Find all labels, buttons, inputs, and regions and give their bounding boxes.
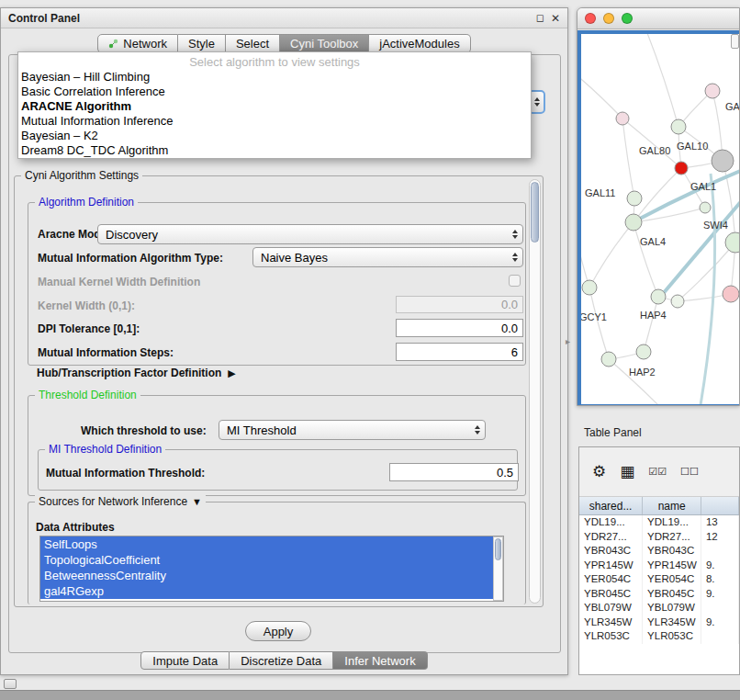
table-row[interactable]: YDR27... YDR27... 12 — [579, 530, 739, 545]
restore-panel-icon[interactable] — [4, 679, 17, 689]
column-header-name[interactable]: name — [643, 497, 701, 514]
dropdown-item[interactable]: Bayesian – Hill Climbing — [18, 70, 531, 85]
network-node[interactable] — [671, 295, 684, 308]
network-node[interactable] — [625, 214, 642, 231]
close-panel-icon[interactable]: ✕ — [551, 12, 560, 25]
network-node[interactable] — [616, 112, 629, 125]
settings-scrollbar-thumb[interactable] — [531, 182, 539, 243]
network-edge[interactable] — [645, 34, 678, 127]
network-node[interactable] — [675, 162, 688, 175]
network-canvas[interactable]: GAL7GAL80GAL10GAL11GAL1SWI4GAL4GCY1HAP4H… — [581, 34, 740, 404]
tab-impute-data[interactable]: Impute Data — [140, 651, 230, 670]
tab-discretize-data[interactable]: Discretize Data — [230, 651, 333, 670]
threshold-type-select[interactable]: MI Threshold — [219, 420, 486, 440]
column-header-shared-name[interactable]: shared... — [579, 497, 643, 514]
sources-toggle[interactable]: Sources for Network Inference ▼ — [35, 495, 206, 508]
table-row[interactable]: YPR145W YPR145W 9. — [579, 559, 739, 573]
table-row[interactable]: YBR045C YBR045C 9. — [579, 587, 739, 602]
table-row[interactable]: YLR345W YLR345W 9. — [579, 615, 739, 630]
mi-type-value: Naive Bayes — [261, 251, 328, 265]
tab-label: Select — [236, 37, 269, 51]
deselect-all-rows-icon[interactable]: ☐☐ — [680, 467, 699, 477]
network-node[interactable] — [671, 119, 686, 134]
tab-select[interactable]: Select — [226, 34, 280, 53]
network-node[interactable] — [582, 280, 597, 295]
minimize-window-icon[interactable] — [603, 13, 614, 24]
network-node[interactable] — [700, 202, 711, 213]
network-node[interactable] — [723, 286, 739, 302]
table-row[interactable]: YLR053C YLR053C — [579, 629, 739, 644]
mi-steps-field[interactable]: 6 — [396, 343, 523, 361]
cell: YPR145W — [643, 559, 701, 573]
network-edge[interactable] — [644, 297, 658, 352]
network-edge[interactable] — [581, 74, 622, 119]
kernel-width-label: Kernel Width (0,1): — [38, 299, 135, 312]
network-node[interactable] — [705, 84, 720, 98]
tab-cyni-toolbox[interactable]: Cyni Toolbox — [280, 34, 369, 53]
mi-algorithm-type-select[interactable]: Naive Bayes — [252, 247, 523, 267]
network-node[interactable] — [636, 344, 651, 359]
mi-threshold-label: Mutual Information Threshold: — [46, 467, 205, 480]
attribute-item[interactable]: gal4RGexp — [40, 583, 493, 599]
network-window-titlebar — [577, 8, 739, 29]
attributes-scrollbar-thumb[interactable] — [495, 538, 501, 560]
collapse-down-icon: ▼ — [192, 496, 202, 507]
dropdown-item-selected[interactable]: ARACNE Algorithm — [18, 99, 531, 114]
column-header-extra[interactable] — [701, 497, 739, 514]
mi-threshold-field[interactable]: 0.5 — [389, 463, 519, 481]
attributes-scrollbar[interactable] — [493, 536, 503, 601]
attribute-item[interactable]: SelfLoops — [40, 536, 493, 552]
attribute-item[interactable]: BetweennessCentrality — [40, 568, 493, 583]
settings-gear-icon[interactable]: ⚙ — [592, 464, 606, 480]
threshold-definition-group: Threshold Definition Which threshold to … — [28, 395, 526, 496]
panel-divider-handle[interactable]: ▸ — [566, 336, 570, 346]
network-edge[interactable] — [636, 170, 740, 220]
network-edge[interactable] — [589, 288, 609, 359]
threshold-type-label: Which threshold to use: — [81, 424, 207, 437]
apply-button[interactable]: Apply — [245, 621, 311, 641]
sources-group: Sources for Network Inference ▼ Data Att… — [28, 502, 526, 604]
table-row[interactable]: YER054C YER054C 8. — [579, 572, 739, 587]
dropdown-item[interactable]: Bayesian – K2 — [18, 129, 531, 143]
dropdown-item[interactable]: Basic Correlation Inference — [18, 85, 531, 99]
network-node[interactable] — [601, 352, 616, 367]
dropdown-item[interactable]: Mutual Information Inference — [18, 114, 531, 129]
network-edge[interactable] — [633, 222, 658, 297]
network-edge[interactable] — [581, 227, 589, 288]
network-node[interactable] — [627, 191, 642, 206]
hub-definition-toggle[interactable]: Hub/Transcription Factor Definition ▶ — [37, 367, 236, 379]
spinner-down-icon — [534, 103, 540, 107]
kernel-width-field[interactable]: 0.0 — [396, 296, 523, 313]
mi-steps-label: Mutual Information Steps: — [38, 346, 174, 359]
float-panel-icon[interactable]: ◻ — [536, 12, 544, 24]
table-row[interactable]: YBR043C YBR043C — [579, 544, 739, 559]
network-node[interactable] — [651, 289, 666, 304]
network-scrollbar[interactable] — [731, 34, 739, 49]
table-row[interactable]: YDL19... YDL19... 13 — [579, 515, 739, 530]
zoom-window-icon[interactable] — [622, 13, 633, 24]
bottom-tabbar: Impute Data Discretize Data Infer Networ… — [1, 651, 567, 670]
settings-scrollbar[interactable] — [529, 179, 541, 604]
network-edge[interactable] — [622, 119, 634, 198]
dpi-tolerance-field[interactable]: 0.0 — [396, 319, 523, 337]
select-all-rows-icon[interactable]: ☑☑ — [648, 467, 667, 477]
cell — [701, 629, 739, 644]
aracne-mode-select[interactable]: Discovery — [97, 224, 523, 244]
cell: YBR045C — [579, 587, 643, 602]
tab-infer-network[interactable]: Infer Network — [333, 651, 427, 670]
manual-kernel-checkbox[interactable] — [509, 275, 521, 287]
network-node[interactable] — [725, 232, 740, 253]
network-node[interactable] — [712, 150, 734, 172]
tab-network[interactable]: Network — [97, 34, 178, 53]
dropdown-item[interactable]: Dream8 DC_TDC Algorithm — [18, 143, 531, 158]
table-row[interactable]: YBL079W YBL079W — [579, 601, 739, 615]
cell: 13 — [701, 515, 739, 530]
network-node-label: GAL10 — [677, 141, 708, 152]
network-edge[interactable] — [589, 222, 633, 288]
show-columns-icon[interactable]: ▦ — [620, 464, 634, 480]
attribute-item[interactable]: TopologicalCoefficient — [40, 552, 493, 568]
network-graph[interactable]: GAL7GAL80GAL10GAL11GAL1SWI4GAL4GCY1HAP4H… — [581, 34, 740, 404]
tab-jactivemodules[interactable]: jActiveModules — [369, 34, 470, 53]
tab-style[interactable]: Style — [178, 34, 226, 53]
close-window-icon[interactable] — [585, 13, 596, 24]
